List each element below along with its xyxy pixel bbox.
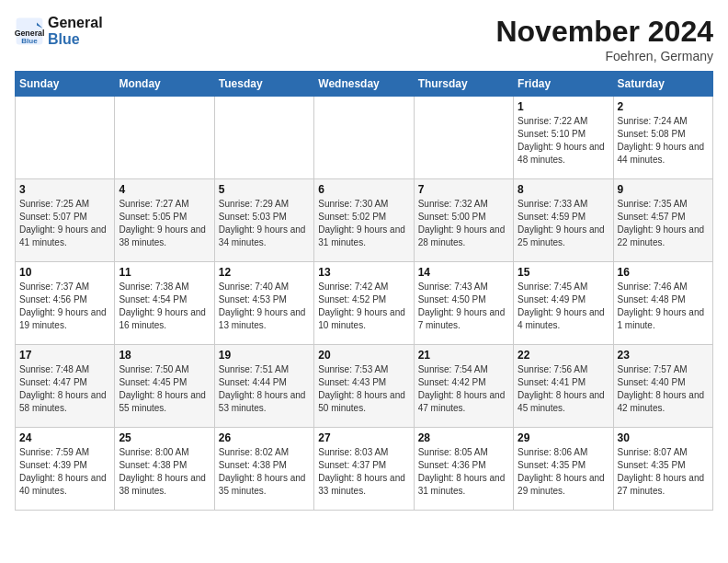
day-info: Sunrise: 7:33 AM Sunset: 4:59 PM Dayligh…	[518, 198, 609, 249]
day-info: Sunrise: 8:00 AM Sunset: 4:38 PM Dayligh…	[119, 446, 210, 498]
day-number: 12	[219, 266, 310, 279]
calendar-cell: 16Sunrise: 7:46 AM Sunset: 4:48 PM Dayli…	[613, 262, 712, 345]
weekday-header-tuesday: Tuesday	[214, 72, 313, 97]
calendar-cell: 4Sunrise: 7:27 AM Sunset: 5:05 PM Daylig…	[115, 179, 214, 262]
day-number: 22	[518, 349, 609, 362]
calendar-cell: 28Sunrise: 8:05 AM Sunset: 4:36 PM Dayli…	[414, 428, 513, 511]
calendar-cell	[414, 97, 513, 179]
day-number: 8	[518, 183, 609, 196]
day-number: 1	[518, 100, 609, 113]
calendar-cell	[115, 97, 214, 179]
day-info: Sunrise: 7:42 AM Sunset: 4:52 PM Dayligh…	[318, 281, 409, 332]
day-info: Sunrise: 7:25 AM Sunset: 5:07 PM Dayligh…	[19, 198, 110, 249]
day-info: Sunrise: 7:38 AM Sunset: 4:54 PM Dayligh…	[119, 281, 210, 332]
weekday-header-friday: Friday	[514, 72, 613, 97]
weekday-header-saturday: Saturday	[613, 72, 712, 97]
day-info: Sunrise: 7:59 AM Sunset: 4:39 PM Dayligh…	[19, 446, 110, 498]
day-info: Sunrise: 7:53 AM Sunset: 4:43 PM Dayligh…	[318, 363, 409, 415]
day-info: Sunrise: 8:02 AM Sunset: 4:38 PM Dayligh…	[219, 446, 310, 498]
weekday-header-monday: Monday	[115, 72, 214, 97]
calendar-cell: 15Sunrise: 7:45 AM Sunset: 4:49 PM Dayli…	[514, 262, 613, 345]
day-info: Sunrise: 7:30 AM Sunset: 5:02 PM Dayligh…	[318, 198, 409, 249]
calendar-cell: 29Sunrise: 8:06 AM Sunset: 4:35 PM Dayli…	[514, 428, 613, 511]
day-number: 16	[618, 266, 709, 279]
day-number: 27	[318, 431, 409, 444]
day-info: Sunrise: 7:45 AM Sunset: 4:49 PM Dayligh…	[518, 281, 609, 332]
location: Foehren, Germany	[495, 49, 713, 63]
logo-icon: General Blue	[15, 17, 44, 46]
day-info: Sunrise: 7:40 AM Sunset: 4:53 PM Dayligh…	[219, 281, 310, 332]
month-title: November 2024	[495, 15, 713, 49]
logo-general: General	[48, 15, 103, 30]
svg-text:Blue: Blue	[21, 36, 38, 44]
calendar-cell: 9Sunrise: 7:35 AM Sunset: 4:57 PM Daylig…	[613, 179, 712, 262]
day-number: 2	[618, 100, 709, 113]
calendar-cell: 1Sunrise: 7:22 AM Sunset: 5:10 PM Daylig…	[514, 97, 613, 179]
day-number: 11	[119, 266, 210, 279]
day-number: 7	[418, 183, 509, 196]
day-info: Sunrise: 7:32 AM Sunset: 5:00 PM Dayligh…	[418, 198, 509, 249]
page-header: General Blue General Blue November 2024 …	[15, 15, 713, 63]
day-number: 19	[219, 349, 310, 362]
day-number: 10	[19, 266, 110, 279]
calendar-cell: 7Sunrise: 7:32 AM Sunset: 5:00 PM Daylig…	[414, 179, 513, 262]
day-number: 30	[618, 431, 709, 444]
calendar-cell: 19Sunrise: 7:51 AM Sunset: 4:44 PM Dayli…	[214, 345, 313, 428]
day-number: 17	[19, 349, 110, 362]
title-block: November 2024 Foehren, Germany	[495, 15, 713, 63]
calendar-cell	[214, 97, 313, 179]
calendar-cell: 5Sunrise: 7:29 AM Sunset: 5:03 PM Daylig…	[214, 179, 313, 262]
calendar-week-row: 17Sunrise: 7:48 AM Sunset: 4:47 PM Dayli…	[16, 345, 713, 428]
day-number: 23	[618, 349, 709, 362]
day-number: 20	[318, 349, 409, 362]
calendar-cell: 30Sunrise: 8:07 AM Sunset: 4:35 PM Dayli…	[613, 428, 712, 511]
calendar-cell: 17Sunrise: 7:48 AM Sunset: 4:47 PM Dayli…	[16, 345, 115, 428]
day-info: Sunrise: 8:07 AM Sunset: 4:35 PM Dayligh…	[618, 446, 709, 498]
day-number: 3	[19, 183, 110, 196]
calendar-week-row: 1Sunrise: 7:22 AM Sunset: 5:10 PM Daylig…	[16, 97, 713, 179]
weekday-header-sunday: Sunday	[16, 72, 115, 97]
day-number: 25	[119, 431, 210, 444]
day-info: Sunrise: 7:27 AM Sunset: 5:05 PM Dayligh…	[119, 198, 210, 249]
calendar-cell: 12Sunrise: 7:40 AM Sunset: 4:53 PM Dayli…	[214, 262, 313, 345]
day-info: Sunrise: 7:35 AM Sunset: 4:57 PM Dayligh…	[618, 198, 709, 249]
calendar-cell: 14Sunrise: 7:43 AM Sunset: 4:50 PM Dayli…	[414, 262, 513, 345]
calendar-cell: 11Sunrise: 7:38 AM Sunset: 4:54 PM Dayli…	[115, 262, 214, 345]
weekday-header-thursday: Thursday	[414, 72, 513, 97]
calendar-cell: 18Sunrise: 7:50 AM Sunset: 4:45 PM Dayli…	[115, 345, 214, 428]
calendar-cell	[16, 97, 115, 179]
day-number: 29	[518, 431, 609, 444]
calendar-cell: 21Sunrise: 7:54 AM Sunset: 4:42 PM Dayli…	[414, 345, 513, 428]
calendar-cell: 24Sunrise: 7:59 AM Sunset: 4:39 PM Dayli…	[16, 428, 115, 511]
day-info: Sunrise: 7:50 AM Sunset: 4:45 PM Dayligh…	[119, 363, 210, 415]
calendar-week-row: 10Sunrise: 7:37 AM Sunset: 4:56 PM Dayli…	[16, 262, 713, 345]
day-number: 24	[19, 431, 110, 444]
day-number: 9	[618, 183, 709, 196]
day-number: 26	[219, 431, 310, 444]
calendar-cell: 23Sunrise: 7:57 AM Sunset: 4:40 PM Dayli…	[613, 345, 712, 428]
day-info: Sunrise: 8:05 AM Sunset: 4:36 PM Dayligh…	[418, 446, 509, 498]
calendar-cell: 6Sunrise: 7:30 AM Sunset: 5:02 PM Daylig…	[314, 179, 414, 262]
day-info: Sunrise: 7:22 AM Sunset: 5:10 PM Dayligh…	[518, 115, 609, 167]
day-info: Sunrise: 7:37 AM Sunset: 4:56 PM Dayligh…	[19, 281, 110, 332]
day-number: 28	[418, 431, 509, 444]
calendar-cell: 26Sunrise: 8:02 AM Sunset: 4:38 PM Dayli…	[214, 428, 313, 511]
day-info: Sunrise: 7:57 AM Sunset: 4:40 PM Dayligh…	[618, 363, 709, 415]
calendar-week-row: 3Sunrise: 7:25 AM Sunset: 5:07 PM Daylig…	[16, 179, 713, 262]
day-number: 5	[219, 183, 310, 196]
day-info: Sunrise: 7:24 AM Sunset: 5:08 PM Dayligh…	[618, 115, 709, 167]
day-number: 21	[418, 349, 509, 362]
day-info: Sunrise: 7:46 AM Sunset: 4:48 PM Dayligh…	[618, 281, 709, 332]
day-number: 15	[518, 266, 609, 279]
day-info: Sunrise: 7:29 AM Sunset: 5:03 PM Dayligh…	[219, 198, 310, 249]
day-info: Sunrise: 7:51 AM Sunset: 4:44 PM Dayligh…	[219, 363, 310, 415]
logo-blue: Blue	[48, 31, 103, 48]
calendar-week-row: 24Sunrise: 7:59 AM Sunset: 4:39 PM Dayli…	[16, 428, 713, 511]
day-info: Sunrise: 7:56 AM Sunset: 4:41 PM Dayligh…	[518, 363, 609, 415]
calendar-cell: 8Sunrise: 7:33 AM Sunset: 4:59 PM Daylig…	[514, 179, 613, 262]
calendar-table: SundayMondayTuesdayWednesdayThursdayFrid…	[15, 71, 713, 511]
day-info: Sunrise: 7:43 AM Sunset: 4:50 PM Dayligh…	[418, 281, 509, 332]
day-info: Sunrise: 7:48 AM Sunset: 4:47 PM Dayligh…	[19, 363, 110, 415]
logo: General Blue General Blue	[15, 15, 103, 47]
weekday-header-wednesday: Wednesday	[314, 72, 414, 97]
